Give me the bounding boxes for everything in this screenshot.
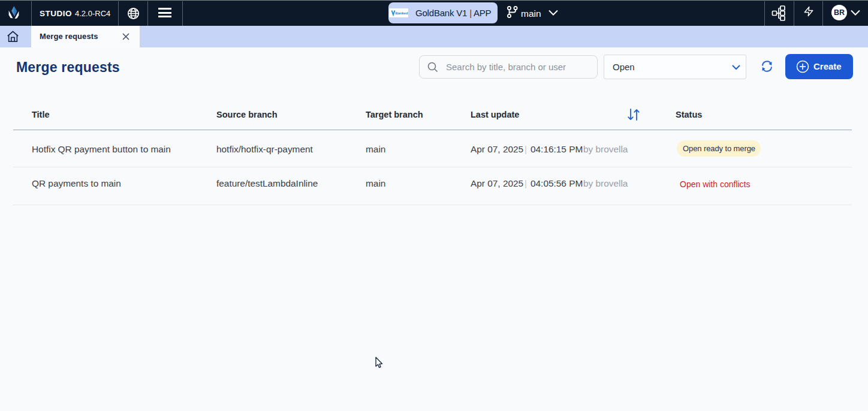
svg-text:Banked: Banked <box>396 11 408 15</box>
